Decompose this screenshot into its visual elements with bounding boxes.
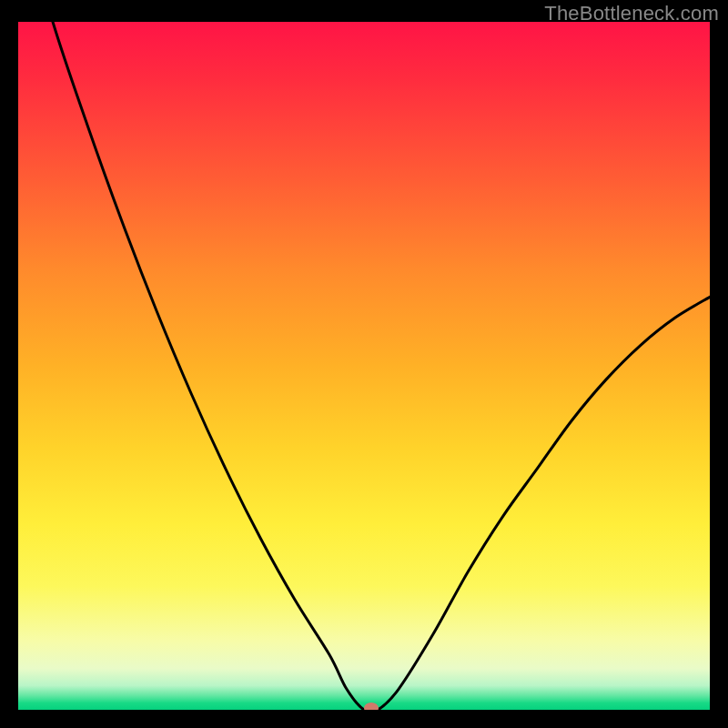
optimum-marker bbox=[364, 703, 379, 710]
plot-area bbox=[18, 22, 710, 710]
chart-frame: TheBottleneck.com bbox=[0, 0, 728, 728]
bottleneck-curve bbox=[18, 22, 710, 710]
